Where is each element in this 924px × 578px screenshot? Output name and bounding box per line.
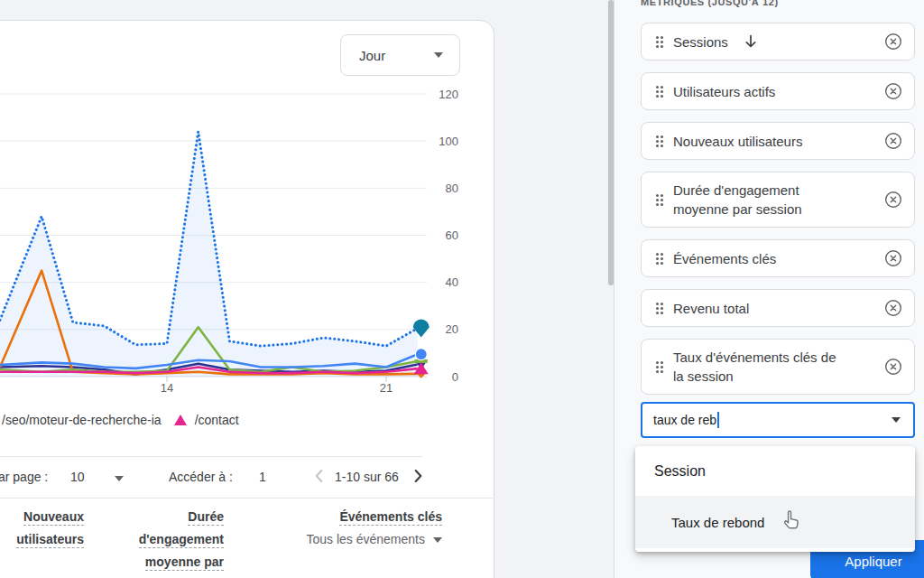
close-circle-icon — [883, 131, 903, 151]
chart-legend: /seo/moteur-de-recherche-ia /contact — [2, 411, 239, 429]
legend-item-seo[interactable]: /seo/moteur-de-recherche-ia — [2, 413, 162, 427]
rows-per-page-chevron-icon[interactable] — [115, 476, 124, 481]
remove-metric-button[interactable] — [883, 81, 903, 101]
drag-handle-icon[interactable] — [656, 253, 659, 256]
chevron-down-icon — [434, 52, 443, 58]
metric-chip-total-revenue[interactable]: Revenu total — [641, 289, 915, 327]
granularity-value: Jour — [359, 48, 385, 63]
triangle-up-icon — [174, 415, 187, 425]
metric-suggestions-dropdown: Session Taux de rebond — [635, 446, 915, 552]
chevron-down-icon — [892, 417, 901, 423]
rows-per-page-value[interactable]: 10 — [70, 470, 85, 484]
metric-chip-new-users[interactable]: Nouveaux utilisateurs — [641, 122, 915, 160]
granularity-select[interactable]: Jour — [340, 34, 460, 76]
divider — [0, 498, 493, 499]
remove-metric-button[interactable] — [883, 298, 903, 318]
close-circle-icon — [883, 248, 903, 268]
metric-chip-active-users[interactable]: Utilisateurs actifs — [641, 72, 915, 110]
metrics-panel: MÉTRIQUES (JUSQU'À 12) Sessions Utilisat… — [614, 0, 924, 578]
metric-chip-session-key-event-rate[interactable]: Taux d'événements clés de la session — [641, 339, 915, 395]
drag-handle-icon[interactable] — [656, 303, 659, 305]
text-caret — [717, 412, 719, 428]
drag-handle-icon[interactable] — [656, 36, 659, 39]
dropdown-group-session: Session — [635, 446, 915, 496]
add-metric-combobox[interactable]: taux de reb — [641, 402, 915, 438]
drag-handle-icon[interactable] — [656, 194, 659, 197]
svg-text:60: 60 — [446, 228, 458, 242]
metric-chip-sessions[interactable]: Sessions — [641, 23, 915, 61]
sessions-line-chart: 0204060801001201421 — [0, 79, 492, 397]
svg-text:80: 80 — [446, 182, 458, 195]
svg-text:120: 120 — [439, 88, 458, 101]
svg-text:20: 20 — [446, 322, 458, 336]
remove-metric-button[interactable] — [883, 32, 903, 51]
remove-metric-button[interactable] — [883, 357, 903, 377]
pagination-range: 1-10 sur 66 — [335, 470, 399, 484]
drag-handle-icon[interactable] — [656, 86, 659, 89]
chevron-right-icon — [408, 466, 428, 486]
next-page-button[interactable] — [408, 466, 428, 486]
metric-chip-avg-engagement[interactable]: Durée d'engagement moyenne par session — [641, 172, 915, 228]
svg-text:0: 0 — [452, 370, 458, 384]
metric-chip-list: Sessions Utilisateurs actifs Nouveaux ut… — [641, 23, 915, 395]
legend-item-contact[interactable]: /contact — [195, 413, 239, 427]
metrics-panel-title: MÉTRIQUES (JUSQU'À 12) — [641, 0, 779, 7]
svg-text:21: 21 — [380, 381, 393, 395]
drag-handle-icon[interactable] — [656, 361, 659, 364]
drag-handle-icon[interactable] — [656, 135, 659, 138]
svg-text:14: 14 — [161, 381, 173, 395]
svg-text:40: 40 — [446, 275, 458, 289]
svg-text:100: 100 — [439, 135, 458, 148]
remove-metric-button[interactable] — [883, 131, 903, 151]
close-circle-icon — [883, 190, 903, 210]
close-circle-icon — [883, 298, 903, 318]
close-circle-icon — [883, 357, 903, 377]
goto-page-value[interactable]: 1 — [259, 470, 266, 484]
remove-metric-button[interactable] — [883, 248, 903, 268]
rows-per-page-label: ar page : — [0, 470, 48, 484]
divider — [0, 456, 422, 457]
remove-metric-button[interactable] — [883, 190, 903, 210]
chevron-left-icon — [310, 466, 329, 486]
key-events-filter[interactable]: Tous les événements — [262, 528, 442, 551]
close-circle-icon — [883, 32, 903, 51]
metric-chip-key-events[interactable]: Événements clés — [641, 239, 915, 277]
close-circle-icon — [883, 81, 903, 101]
metric-search-input[interactable]: taux de reb — [653, 413, 716, 427]
dropdown-option-bounce-rate[interactable]: Taux de rebond — [635, 496, 915, 548]
previous-page-button[interactable] — [310, 466, 329, 486]
goto-page-label: Accéder à : — [169, 470, 233, 484]
column-header-key-events[interactable]: Événements clés Tous les événements — [262, 506, 442, 551]
cursor-pointer-icon — [780, 508, 804, 537]
metrics-panel-scrollbar[interactable] — [608, 0, 614, 285]
sort-descending-icon — [743, 33, 759, 50]
column-header-avg-engagement[interactable]: Durée d'engagement moyenne par — [90, 506, 224, 573]
chevron-down-icon — [433, 537, 442, 543]
column-header-new-users[interactable]: Nouveaux utilisateurs — [0, 506, 84, 551]
